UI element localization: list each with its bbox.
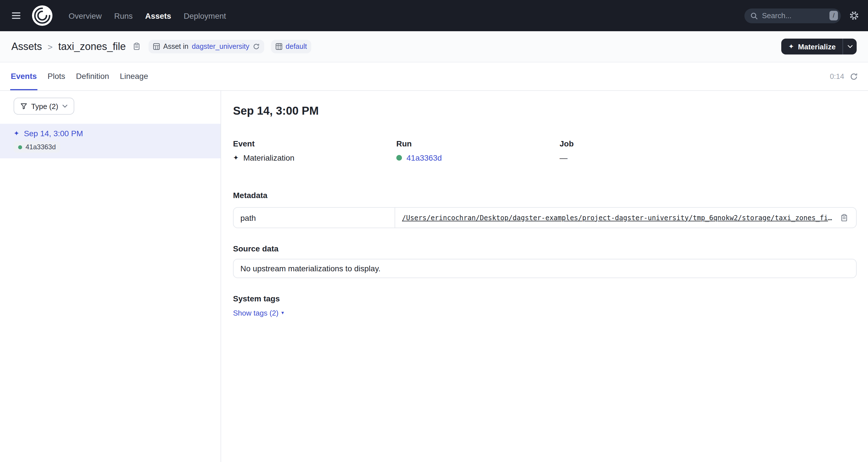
run-status-dot — [396, 155, 402, 161]
metadata-heading: Metadata — [233, 191, 857, 200]
event-value: ✦ Materialization — [233, 153, 396, 162]
copy-asset-name-button[interactable] — [131, 41, 142, 52]
top-nav-bar: Overview Runs Assets Deployment / — [0, 0, 868, 31]
breadcrumb: Assets > taxi_zones_file — [11, 40, 142, 53]
events-sidebar: Type (2) ✦ Sep 14, 3:00 PM 41a3363d — [0, 91, 221, 462]
content-area: Type (2) ✦ Sep 14, 3:00 PM 41a3363d — [0, 91, 868, 462]
refresh-countdown: 0:14 — [830, 72, 844, 81]
breadcrumb-current-asset: taxi_zones_file — [58, 40, 126, 53]
global-search[interactable]: / — [744, 8, 841, 23]
event-label: Event — [233, 139, 396, 148]
asset-group-tag: Asset in dagster_university — [149, 40, 264, 53]
event-timestamp: Sep 14, 3:00 PM — [24, 129, 83, 138]
chevron-down-icon — [847, 45, 852, 48]
type-filter-button[interactable]: Type (2) — [13, 97, 74, 115]
menu-button[interactable] — [6, 5, 26, 26]
job-value: — — [560, 153, 857, 162]
caret-down-icon: ▾ — [281, 311, 284, 316]
system-tags-heading: System tags — [233, 294, 857, 303]
search-shortcut-hint: / — [830, 11, 838, 21]
copy-path-button[interactable] — [839, 212, 849, 223]
run-link[interactable]: 41a3363d — [406, 153, 442, 162]
run-id-tag[interactable]: 41a3363d — [13, 141, 60, 153]
materialize-dropdown-button[interactable] — [842, 38, 857, 55]
run-id-label: 41a3363d — [26, 143, 56, 151]
type-filter-label: Type (2) — [31, 102, 58, 110]
partition-default-link[interactable]: default — [286, 42, 307, 51]
asset-group-link[interactable]: dagster_university — [192, 42, 249, 51]
primary-nav: Overview Runs Assets Deployment — [69, 11, 226, 20]
show-tags-toggle[interactable]: Show tags (2) ▾ — [233, 309, 284, 317]
metadata-key: path — [234, 208, 395, 228]
asset-tabs-row: Events Plots Definition Lineage 0:14 — [0, 62, 868, 91]
asset-header: Assets > taxi_zones_file Asset in dagste… — [0, 31, 868, 62]
run-column: Run 41a3363d — [396, 139, 560, 162]
show-tags-label: Show tags (2) — [233, 309, 278, 317]
materialize-label: Materialize — [798, 42, 836, 51]
tab-events[interactable]: Events — [10, 62, 37, 90]
topbar-right: / — [744, 8, 859, 23]
refresh-area: 0:14 — [830, 62, 858, 90]
table-icon — [153, 43, 160, 50]
app-root: Overview Runs Assets Deployment / Assets… — [0, 0, 868, 462]
tab-lineage[interactable]: Lineage — [119, 62, 149, 90]
dagster-logo-icon — [32, 5, 53, 26]
run-status-dot — [18, 145, 22, 149]
reload-definitions-icon[interactable] — [253, 43, 260, 50]
nav-overview[interactable]: Overview — [69, 11, 102, 20]
materialize-split-button: ✦ Materialize — [781, 38, 857, 55]
chevron-down-icon — [62, 105, 67, 108]
source-data-heading: Source data — [233, 244, 857, 253]
event-timestamp-row: ✦ Sep 14, 3:00 PM — [13, 129, 212, 138]
event-detail-panel: Sep 14, 3:00 PM Event ✦ Materialization … — [221, 91, 868, 462]
settings-gear-icon[interactable] — [849, 11, 859, 21]
asset-tabs: Events Plots Definition Lineage — [10, 62, 149, 90]
event-info-grid: Event ✦ Materialization Run 41a3363d Job — [233, 139, 857, 162]
search-icon — [750, 12, 758, 20]
materialization-icon: ✦ — [233, 154, 239, 162]
event-list-item[interactable]: ✦ Sep 14, 3:00 PM 41a3363d — [0, 124, 221, 158]
filter-row: Type (2) — [0, 91, 221, 115]
nav-runs[interactable]: Runs — [114, 11, 133, 20]
clipboard-icon — [840, 214, 848, 222]
metadata-table: path /Users/erincochran/Desktop/dagster-… — [233, 207, 857, 228]
materialize-button[interactable]: ✦ Materialize — [781, 38, 842, 55]
clipboard-icon — [133, 42, 141, 51]
event-title: Sep 14, 3:00 PM — [233, 105, 857, 117]
refresh-icon[interactable] — [850, 73, 858, 80]
event-type-text: Materialization — [243, 153, 294, 162]
asset-group-prefix: Asset in — [163, 42, 188, 51]
metadata-path-link[interactable]: /Users/erincochran/Desktop/dagster-examp… — [402, 214, 833, 222]
breadcrumb-assets-link[interactable]: Assets — [11, 40, 42, 53]
materialization-icon: ✦ — [13, 129, 19, 137]
dagster-logo[interactable] — [32, 5, 53, 26]
run-value: 41a3363d — [396, 153, 560, 162]
search-input[interactable] — [762, 11, 826, 20]
job-column: Job — — [560, 139, 857, 162]
nav-deployment[interactable]: Deployment — [184, 11, 226, 20]
grid-icon — [276, 43, 282, 50]
materialize-sparkle-icon: ✦ — [788, 42, 794, 51]
filter-funnel-icon — [21, 103, 27, 110]
job-label: Job — [560, 139, 857, 148]
event-column: Event ✦ Materialization — [233, 139, 396, 162]
metadata-value-cell: /Users/erincochran/Desktop/dagster-examp… — [395, 208, 856, 228]
tab-plots[interactable]: Plots — [47, 62, 66, 90]
hamburger-icon — [10, 10, 21, 21]
event-list: ✦ Sep 14, 3:00 PM 41a3363d — [0, 124, 221, 158]
partition-default-tag: default — [271, 40, 312, 53]
breadcrumb-separator: > — [48, 42, 53, 51]
nav-assets[interactable]: Assets — [145, 11, 171, 20]
metadata-row: path /Users/erincochran/Desktop/dagster-… — [234, 208, 856, 228]
run-label: Run — [396, 139, 560, 148]
source-data-empty-message: No upstream materializations to display. — [233, 259, 857, 278]
tab-definition[interactable]: Definition — [75, 62, 110, 90]
